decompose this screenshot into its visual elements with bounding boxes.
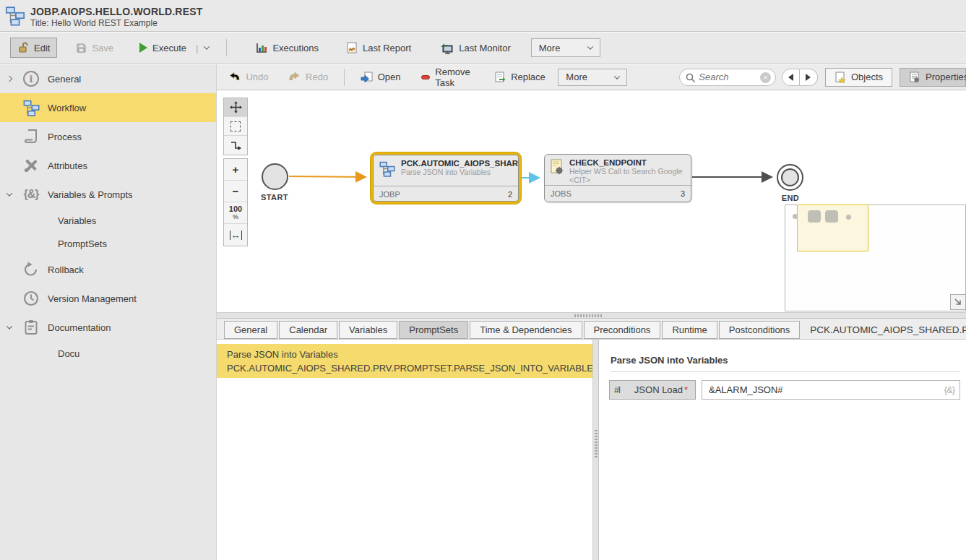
- last-monitor-button[interactable]: Last Monitor: [433, 38, 518, 58]
- tab-runtime[interactable]: Runtime: [662, 321, 717, 339]
- start-node-label: START: [253, 193, 296, 202]
- zoom-out-button[interactable]: −: [224, 181, 247, 202]
- tab-time-dependencies[interactable]: Time & Dependencies: [470, 321, 582, 339]
- task-description-2: <CIT>: [569, 176, 682, 184]
- task-name: PCK.AUTOMIC_AIOPS_SHAR...: [401, 159, 519, 168]
- replace-icon: [494, 72, 506, 83]
- horizontal-splitter[interactable]: [217, 312, 966, 319]
- undo-icon: [228, 72, 241, 82]
- splitter-grip: [574, 314, 602, 317]
- zoom-in-button[interactable]: +: [224, 159, 247, 181]
- tab-opened-object[interactable]: PCK.AUTOMIC_AIOPS_SHARED.PUB.ACTIO... ×: [810, 321, 966, 339]
- tools-icon: [20, 158, 42, 173]
- start-node[interactable]: [262, 163, 288, 190]
- objects-icon: [835, 72, 846, 83]
- tab-preconditions[interactable]: Preconditions: [584, 321, 661, 339]
- marquee-select-tool[interactable]: [224, 117, 247, 136]
- task-order: 2: [508, 190, 512, 199]
- sidebar-item-documentation[interactable]: Documentation: [0, 313, 216, 342]
- sidebar-item-workflow[interactable]: Workflow: [0, 93, 216, 122]
- zoom-level-button[interactable]: 100%: [224, 202, 247, 224]
- redo-button[interactable]: Redo: [281, 67, 335, 87]
- save-button[interactable]: Save: [69, 38, 121, 58]
- sidebar-item-variables[interactable]: Variables: [0, 209, 216, 232]
- workflow-canvas[interactable]: + − 100% ↔ START PCK.AUTOMIC_AIOPS: [217, 91, 966, 312]
- undo-button[interactable]: Undo: [221, 67, 275, 87]
- minimap-task-node: [808, 210, 821, 223]
- replace-button[interactable]: Replace: [487, 67, 553, 87]
- tab-postconditions[interactable]: Postconditions: [719, 321, 801, 339]
- toolbar-more-dropdown[interactable]: More: [531, 38, 600, 57]
- sidebar-item-rollback[interactable]: Rollback: [0, 255, 216, 284]
- search-icon: [686, 73, 696, 83]
- workflow-object-icon: [4, 5, 26, 26]
- next-result-button[interactable]: [800, 69, 818, 86]
- text-field-icon: #I: [614, 385, 631, 395]
- sidebar-item-docu[interactable]: Docu: [0, 342, 216, 365]
- sidebar-item-variables-prompts[interactable]: {&} Variables & Prompts: [0, 180, 216, 209]
- remove-task-button[interactable]: Remove Task: [414, 67, 480, 87]
- fit-width-button[interactable]: ↔: [224, 224, 247, 246]
- promptset-path: PCK.AUTOMIC_AIOPS_SHARED.PRV.PROMPTSET.P…: [227, 361, 592, 375]
- save-icon: [76, 43, 87, 53]
- sidebar-item-process[interactable]: Process: [0, 122, 216, 151]
- variable-braces-icon: {&}: [20, 188, 42, 201]
- canvas-more-dropdown[interactable]: More: [558, 69, 627, 86]
- tab-promptsets[interactable]: PromptSets: [399, 321, 468, 339]
- play-icon: [139, 43, 147, 53]
- insert-variable-icon[interactable]: {&}: [944, 384, 954, 395]
- rollback-icon: [20, 262, 42, 277]
- report-icon: [346, 42, 358, 53]
- sidebar-item-general[interactable]: i General: [0, 64, 216, 93]
- minimap[interactable]: [785, 204, 966, 311]
- search-input[interactable]: [699, 72, 756, 82]
- triangle-left-icon: [788, 74, 793, 81]
- expander-right-icon[interactable]: [7, 76, 12, 82]
- end-node[interactable]: [777, 164, 803, 191]
- redo-icon: [288, 72, 301, 82]
- task-node-check-endpoint[interactable]: CHECK_ENDPOINT Helper WS Call to Search …: [544, 154, 691, 202]
- json-load-input[interactable]: [702, 384, 959, 395]
- tab-variables[interactable]: Variables: [339, 321, 397, 339]
- prev-result-button[interactable]: [782, 69, 800, 86]
- expander-down-icon[interactable]: [7, 323, 12, 329]
- search-clear-icon[interactable]: ×: [760, 72, 771, 83]
- required-asterisk: *: [684, 384, 688, 395]
- executions-button[interactable]: Executions: [249, 38, 326, 58]
- expander-down-icon[interactable]: [7, 190, 12, 196]
- properties-button[interactable]: Properties: [900, 68, 966, 87]
- workflow-icon: [379, 160, 396, 182]
- open-button[interactable]: Open: [353, 67, 408, 87]
- properties-icon: [909, 72, 920, 83]
- search-nav: [782, 69, 818, 86]
- connector-icon: [230, 140, 241, 151]
- execute-dropdown-caret[interactable]: [204, 43, 210, 49]
- task-description: Helper WS Call to Search Google: [569, 167, 682, 176]
- edit-button[interactable]: Edit: [10, 38, 57, 58]
- sidebar-item-promptsets[interactable]: PromptSets: [0, 232, 216, 255]
- remove-icon: [421, 75, 430, 79]
- canvas-tools-group: [223, 98, 248, 155]
- toolbar-separator: [226, 39, 227, 56]
- promptset-list-item-selected[interactable]: Parse JSON into Variables PCK.AUTOMIC_AI…: [217, 344, 592, 378]
- vertical-splitter[interactable]: [592, 340, 599, 560]
- process-icon: [20, 129, 42, 145]
- tab-calendar[interactable]: Calendar: [279, 321, 337, 339]
- pan-tool[interactable]: [224, 98, 247, 117]
- sidebar-item-version-management[interactable]: Version Management: [0, 284, 216, 313]
- tab-general[interactable]: General: [224, 321, 277, 339]
- execute-button[interactable]: Execute |: [132, 38, 216, 58]
- move-icon: [230, 101, 242, 113]
- minimap-end-node: [846, 215, 851, 220]
- divider: [611, 371, 960, 372]
- last-report-button[interactable]: Last Report: [339, 38, 418, 58]
- triangle-right-icon: [806, 74, 811, 81]
- task-node-parse-json[interactable]: PCK.AUTOMIC_AIOPS_SHAR... Parse JSON int…: [371, 152, 521, 204]
- splitter-grip: [595, 430, 598, 457]
- minimap-resize-handle[interactable]: [950, 294, 966, 310]
- marquee-icon: [230, 121, 241, 132]
- objects-button[interactable]: Objects: [825, 68, 892, 87]
- connector-tool[interactable]: [224, 136, 247, 155]
- sidebar-item-attributes[interactable]: Attributes: [0, 151, 216, 180]
- executions-chart-icon: [256, 43, 267, 53]
